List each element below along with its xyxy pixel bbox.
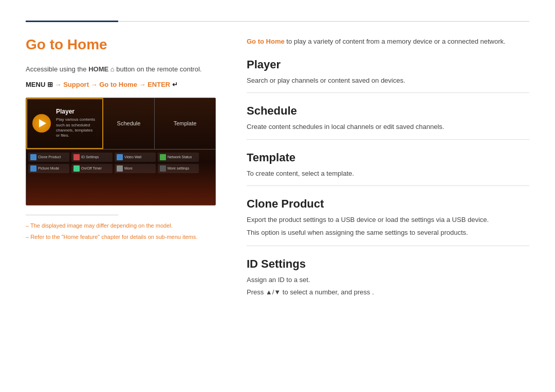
divider-gray <box>118 21 529 22</box>
divider-1 <box>247 92 529 93</box>
screenshot-box: Player Play various contents such as sch… <box>26 98 216 206</box>
note-2: – Refer to the "Home feature" chapter fo… <box>26 233 226 241</box>
template-label: Template <box>174 120 197 126</box>
screen-icon-id: ID Settings <box>71 153 113 162</box>
left-column: Go to Home Accessible using the HOME ⌂ b… <box>26 36 226 300</box>
menu-path: MENU ⊞ → Support → Go to Home → ENTER ↵ <box>26 81 226 88</box>
player-label: Player <box>56 108 97 115</box>
home-icon: ⌂ <box>108 65 114 73</box>
screen-top-row: Player Play various contents such as sch… <box>26 98 215 150</box>
screen-player-cell: Player Play various contents such as sch… <box>26 98 103 149</box>
play-icon-circle <box>32 114 51 133</box>
player-text-area: Player Play various contents such as sch… <box>56 108 97 139</box>
screen-icon-video: Video Wall <box>115 153 156 162</box>
note-1: – The displayed image may differ dependi… <box>26 221 226 230</box>
text-clone-2: This option is useful when assigning the… <box>247 228 529 238</box>
settings-icon <box>160 165 166 172</box>
arrow2: → <box>91 81 100 88</box>
divider-3 <box>247 185 529 186</box>
picture-text: Picture Mode <box>38 166 59 170</box>
support-label: Support <box>63 81 89 88</box>
divider-blue <box>26 21 118 22</box>
accessible-suffix: button on the remote control. <box>115 65 202 73</box>
screen-schedule-cell: Schedule <box>103 98 155 149</box>
clone-text: Clone Product <box>38 155 61 159</box>
menu-icon: ⊞ <box>47 81 53 88</box>
more-text: More <box>124 166 133 170</box>
screen-icon-onoff: On/Off Timer <box>71 164 113 173</box>
clone-icon <box>30 154 36 160</box>
divider-2 <box>247 139 529 140</box>
heading-player: Player <box>247 58 529 71</box>
screen-icon-network: Network Status <box>158 153 199 162</box>
enter-icon: ↵ <box>172 81 178 88</box>
onoff-text: On/Off Timer <box>81 166 102 170</box>
home-button-label: HOME <box>88 65 108 73</box>
settings-text: More settings <box>168 166 189 170</box>
screen-icon-settings: More settings <box>158 164 199 173</box>
divider-4 <box>247 246 529 246</box>
intro-text: to play a variety of content from a memo… <box>285 38 506 45</box>
screen-icon-picture: Picture Mode <box>28 164 69 173</box>
text-template: To create content, select a template. <box>247 169 529 179</box>
text-clone-1: Export the product settings to a USB dev… <box>247 215 529 226</box>
id-icon <box>73 154 80 160</box>
screen-icon-more: More <box>115 164 156 173</box>
page-container: Go to Home Accessible using the HOME ⌂ b… <box>0 0 555 321</box>
heading-schedule: Schedule <box>247 104 529 118</box>
video-icon <box>117 154 123 160</box>
heading-clone: Clone Product <box>247 197 529 211</box>
menu-label: MENU <box>26 81 45 88</box>
picture-icon <box>30 165 36 172</box>
right-intro: Go to Home to play a variety of content … <box>247 36 529 47</box>
more-icon <box>117 165 123 172</box>
content-layout: Go to Home Accessible using the HOME ⌂ b… <box>26 36 529 300</box>
accessible-prefix: Accessible using the <box>26 65 88 73</box>
schedule-label: Schedule <box>117 120 141 126</box>
text-schedule: Create content schedules in local channe… <box>247 122 529 132</box>
screen-template-cell: Template <box>155 98 215 149</box>
home-link: Go to Home <box>99 81 137 88</box>
accessible-text: Accessible using the HOME ⌂ button on th… <box>26 64 226 74</box>
video-text: Video Wall <box>124 155 141 159</box>
arrow3: → ENTER <box>139 81 171 88</box>
text-id-1: Assign an ID to a set. <box>247 275 529 286</box>
screen-icon-clone: Clone Product <box>28 153 69 162</box>
arrow1: → <box>55 81 64 88</box>
heading-template: Template <box>247 151 529 164</box>
top-dividers <box>26 21 529 22</box>
right-column: Go to Home to play a variety of content … <box>247 36 529 300</box>
network-text: Network Status <box>168 155 192 159</box>
intro-link: Go to Home <box>247 38 285 45</box>
page-title: Go to Home <box>26 36 226 53</box>
id-text: ID Settings <box>81 155 99 159</box>
screen-bottom-row: Clone Product ID Settings Video Wall Net… <box>26 150 215 176</box>
network-icon <box>160 154 166 160</box>
text-player: Search or play channels or content saved… <box>247 76 529 86</box>
play-triangle <box>39 119 46 127</box>
text-id-2: Press ▲/▼ to select a number, and press … <box>247 287 529 298</box>
player-sub: Play various contents such as scheduled … <box>56 117 97 139</box>
notes-divider <box>26 215 118 215</box>
heading-id-settings: ID Settings <box>247 257 529 271</box>
onoff-icon <box>73 165 80 172</box>
